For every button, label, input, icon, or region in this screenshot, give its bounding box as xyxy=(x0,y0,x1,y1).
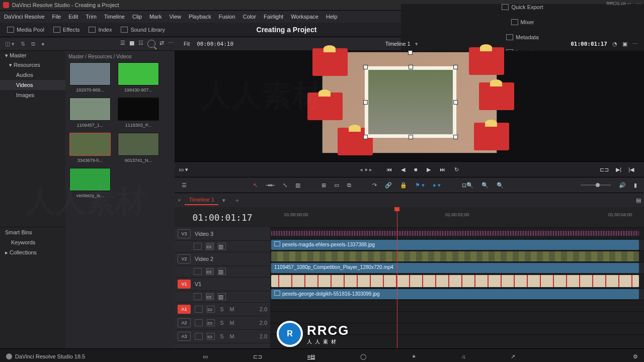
smart-bin-collections[interactable]: ▸ Collections xyxy=(0,247,65,258)
timeline-ruler[interactable]: 01:00:00:00 01:00:02:00 01:00:04:00 xyxy=(270,207,644,228)
mixer[interactable]: Mixer xyxy=(511,19,534,25)
search-timeline-icon[interactable]: ⊡🔍 xyxy=(462,182,473,189)
selection-tool-icon[interactable]: ↖ xyxy=(253,182,258,189)
trim-tool-icon[interactable]: ⇥⇤ xyxy=(266,182,275,189)
playhead[interactable] xyxy=(397,207,397,348)
menu-fairlight[interactable]: Fairlight xyxy=(264,14,283,20)
menu-edit[interactable]: Edit xyxy=(68,14,78,20)
filter-icon[interactable]: ⇄ xyxy=(159,40,164,48)
menu-trim[interactable]: Trim xyxy=(86,14,97,20)
replace-icon[interactable]: ⧉ xyxy=(347,182,351,189)
match-frame-icon[interactable]: ⊏⊐ xyxy=(600,166,609,173)
media-clip[interactable]: 182970-869... xyxy=(68,62,112,93)
single-viewer-icon[interactable]: ▣ xyxy=(622,41,627,47)
bypass-icon[interactable]: ◔ xyxy=(612,41,617,47)
media-clip[interactable]: 1118303_P... xyxy=(117,98,160,128)
volume-icon[interactable]: 🔊 xyxy=(619,182,626,189)
canvas-top-handle[interactable] xyxy=(408,50,413,55)
strip-view-icon[interactable]: ☷ xyxy=(138,40,143,48)
menu-mark[interactable]: Mark xyxy=(149,14,162,20)
media-pool[interactable]: Media Pool xyxy=(7,27,44,33)
loop-icon[interactable]: ↻ xyxy=(454,166,459,173)
quick-export[interactable]: Quick Export xyxy=(502,4,543,10)
bin-options-icon[interactable]: ◫ ▾ xyxy=(5,41,15,47)
tab-close-icon[interactable]: × xyxy=(178,197,181,203)
menu-file[interactable]: File xyxy=(52,14,61,20)
bin-images[interactable]: Images xyxy=(0,90,65,100)
menu-workspace[interactable]: Workspace xyxy=(291,14,318,20)
link-icon[interactable]: 🔗 xyxy=(385,182,392,189)
bin-resources[interactable]: ▾ Resources xyxy=(0,60,65,70)
grid-view-icon[interactable]: ▦ xyxy=(129,40,134,48)
marker-icon[interactable]: ● ▾ xyxy=(433,182,441,189)
media-clip[interactable]: 3343679-h... xyxy=(68,133,112,163)
chevron-down-icon[interactable]: ▾ xyxy=(415,41,418,47)
viewer-transform-box[interactable] xyxy=(365,66,456,138)
media-clip[interactable]: vecteezy_is... xyxy=(68,168,112,198)
list-view-icon[interactable]: ☰ xyxy=(120,40,125,48)
menu-playback[interactable]: Playback xyxy=(189,14,211,20)
smart-bin-keywords[interactable]: Keywords xyxy=(0,237,65,247)
track-controls-v2[interactable]: ▭▥ xyxy=(175,266,270,278)
timeline-view-icon[interactable]: ☰ xyxy=(182,182,187,189)
go-start-icon[interactable]: ⏮ xyxy=(386,166,392,172)
track-head-a2[interactable]: A2▭SM2.0 xyxy=(175,316,270,330)
add-tab-icon[interactable]: ＋ xyxy=(234,197,240,204)
clip-v1-thumb[interactable] xyxy=(271,275,639,287)
clip-v2[interactable]: 1109457_1080p_Competition_Player_1280x72… xyxy=(271,263,639,273)
track-controls-v1[interactable]: ▭▥ xyxy=(175,291,270,303)
retime-icon[interactable]: ↷ xyxy=(372,182,377,189)
flag-icon[interactable]: ⚑ ▾ xyxy=(415,182,425,189)
media-clip[interactable]: 6013741_N... xyxy=(117,133,160,163)
options-icon[interactable]: ⋯ xyxy=(168,40,174,48)
bin-videos[interactable]: Videos xyxy=(0,80,65,90)
viewer[interactable] xyxy=(175,51,644,161)
bin-master[interactable]: ▾ Master xyxy=(0,51,65,60)
stop-icon[interactable]: ■ xyxy=(414,166,418,172)
zoom-slider[interactable] xyxy=(581,185,611,186)
timeline-body[interactable]: 01:00:00:00 01:00:02:00 01:00:04:00 pexe… xyxy=(270,207,644,348)
menu-view[interactable]: View xyxy=(169,14,181,20)
transform-mode-icon[interactable]: ▭ ▾ xyxy=(179,166,188,173)
lock-icon[interactable]: 🔒 xyxy=(400,182,407,189)
clone-icon[interactable]: ⧉ xyxy=(31,41,35,47)
menu-davinci-resolve[interactable]: DaVinci Resolve xyxy=(4,14,45,20)
clip-v3-thumb[interactable] xyxy=(271,231,639,236)
viewer-canvas[interactable] xyxy=(322,52,497,153)
page-color-icon[interactable]: ✶ xyxy=(412,353,416,360)
menu-timeline[interactable]: Timeline xyxy=(104,14,125,20)
sound-library[interactable]: Sound Library xyxy=(121,27,165,33)
chevron-down-icon[interactable]: ▾ xyxy=(222,197,225,204)
dynamic-trim-icon[interactable]: ⤡ xyxy=(283,182,287,189)
tab-timeline-1[interactable]: Timeline 1 xyxy=(185,195,218,205)
track-head-a3[interactable]: A3▭SM2.0 xyxy=(175,330,270,343)
timeline-name[interactable]: Timeline 1 xyxy=(385,41,410,47)
next-edit-icon[interactable]: ▶| xyxy=(616,166,621,173)
blade-tool-icon[interactable]: ▥ xyxy=(295,182,300,189)
index[interactable]: Index xyxy=(89,27,112,33)
search-icon[interactable] xyxy=(147,40,155,48)
insert-icon[interactable]: ⊞ xyxy=(321,182,326,189)
project-settings-icon[interactable]: ⚙ xyxy=(633,353,638,360)
track-head-a1[interactable]: A1▭SM2.0 xyxy=(175,303,270,316)
page-fusion-icon[interactable]: ◯ xyxy=(360,353,366,360)
play-icon[interactable]: ▶ xyxy=(427,166,431,173)
viewer-options-icon[interactable]: ⋯ xyxy=(632,41,638,47)
record-icon[interactable]: ● xyxy=(41,41,45,47)
clip-v1[interactable]: pexels-george-dolgikh-551816-1303099.jpg xyxy=(271,289,639,299)
meters-icon[interactable]: ▮ xyxy=(634,182,637,189)
menu-fusion[interactable]: Fusion xyxy=(219,14,235,20)
track-head-v2[interactable]: V2Video 2 xyxy=(175,252,270,266)
overwrite-icon[interactable]: ▭ xyxy=(334,182,339,189)
step-back-icon[interactable]: ◀ xyxy=(401,166,405,173)
stacked-timeline-icon[interactable]: ▤ xyxy=(636,197,641,204)
menu-help[interactable]: Help xyxy=(326,14,338,20)
media-clip[interactable]: 198430-907... xyxy=(117,62,160,93)
zoom-fit[interactable]: Fit xyxy=(184,41,190,47)
prev-keyframe-icon[interactable]: ◂ ● ▸ xyxy=(360,166,372,173)
track-controls-v3[interactable]: ▭▥ xyxy=(175,241,270,252)
prev-edit-icon[interactable]: |◀ xyxy=(628,166,634,173)
page-deliver-icon[interactable]: ↗ xyxy=(511,353,515,360)
track-head-v3[interactable]: V3Video 3 xyxy=(175,227,270,241)
menu-color[interactable]: Color xyxy=(243,14,256,20)
